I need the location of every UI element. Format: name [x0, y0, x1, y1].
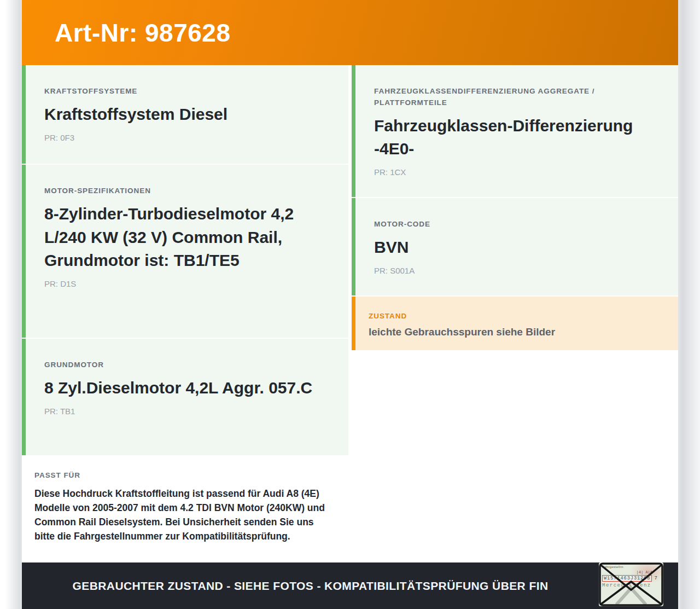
spec-card-motor-code: MOTOR-CODE BVN PR: S001A	[352, 198, 678, 295]
spec-card-label: MOTOR-CODE	[374, 219, 650, 230]
spec-card-title: Kraftstoffsystem Diesel	[44, 103, 332, 126]
spec-card-label: FAHRZEUGKLASSENDIFFERENZIERUNG AGGREGATE…	[374, 86, 650, 109]
spec-card-label: GRUNDMOTOR	[44, 359, 320, 371]
spec-card-motor-spezifikationen: MOTOR-SPEZIFIKATIONEN 8-Zylinder-Turbodi…	[22, 165, 348, 338]
left-column: KRAFTSTOFFSYSTEME Kraftstoffsystem Diese…	[22, 65, 348, 562]
right-column: FAHRZEUGKLASSENDIFFERENZIERUNG AGGREGATE…	[352, 65, 678, 562]
condition-card: ZUSTAND leichte Gebrauchsspuren siehe Bi…	[352, 297, 678, 350]
spec-card-kraftstoffsysteme: KRAFTSTOFFSYSTEME Kraftstoffsystem Diese…	[22, 65, 348, 164]
spec-card-pr-code: PR: TB1	[44, 407, 332, 416]
spec-grid: KRAFTSTOFFSYSTEME Kraftstoffsystem Diese…	[22, 65, 678, 562]
condition-text: leichte Gebrauchsspuren siehe Bilder	[369, 326, 665, 338]
footer-notice-text: GEBRAUCHTER ZUSTAND - SIEHE FOTOS - KOMP…	[22, 579, 599, 593]
spec-card-pr-code: PR: 0F3	[44, 133, 332, 142]
spec-card-title: 8-Zylinder-Turbodieselmotor 4,2 L/240 KW…	[44, 202, 332, 272]
spec-card-label: MOTOR-SPEZIFIKATIONEN	[44, 185, 320, 197]
spec-card-pr-code: PR: D1S	[44, 279, 332, 288]
fitment-card-label: PASST FÜR	[34, 470, 311, 482]
envelope-outline-icon	[599, 562, 663, 606]
fitment-description: Diese Hochdruck Kraftstoffleitung ist pa…	[34, 486, 332, 543]
spec-card-title: 8 Zyl.Dieselmotor 4,2L Aggr. 057.C	[44, 376, 332, 400]
fin-document-envelope-image: Fahrgestellnr. |4| A|A W1571463J31298 7 …	[599, 562, 663, 606]
spec-card-title: BVN	[374, 236, 662, 259]
fitment-card: PASST FÜR Diese Hochdruck Kraftstoffleit…	[22, 456, 348, 562]
spec-card-fahrzeugklassen: FAHRZEUGKLASSENDIFFERENZIERUNG AGGREGATE…	[352, 65, 678, 197]
spec-card-pr-code: PR: 1CX	[374, 167, 662, 177]
spec-card-title: Fahrzeugklassen-Differenzierung -4E0-	[374, 114, 662, 161]
article-number-title: Art-Nr: 987628	[55, 18, 230, 48]
listing-page: Art-Nr: 987628 KRAFTSTOFFSYSTEME Kraftst…	[22, 0, 678, 609]
header-banner: Art-Nr: 987628	[22, 0, 678, 65]
footer-bar: GEBRAUCHTER ZUSTAND - SIEHE FOTOS - KOMP…	[22, 562, 678, 609]
spec-card-label: KRAFTSTOFFSYSTEME	[44, 86, 320, 97]
spec-card-pr-code: PR: S001A	[374, 266, 662, 275]
condition-card-label: ZUSTAND	[369, 311, 645, 322]
spec-card-grundmotor: GRUNDMOTOR 8 Zyl.Dieselmotor 4,2L Aggr. …	[22, 339, 348, 455]
